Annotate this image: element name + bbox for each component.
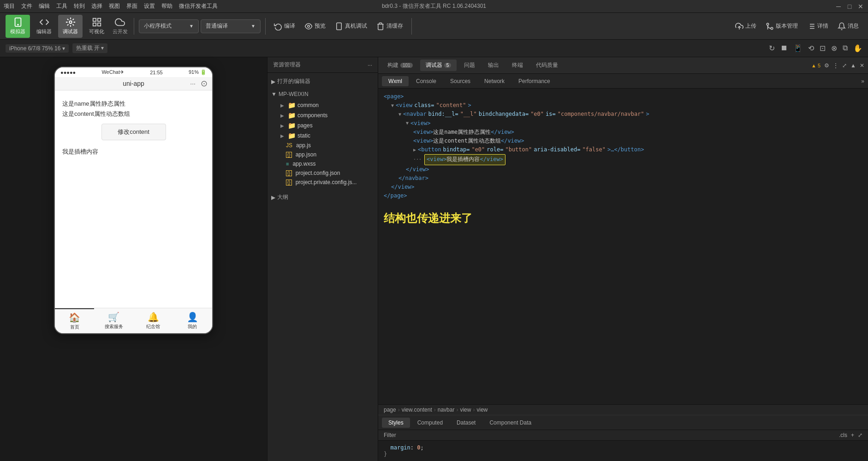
screensync-icon[interactable]: ⊗ [831, 44, 837, 53]
breadcrumb-view1[interactable]: view [460, 407, 471, 413]
file-appjs[interactable]: JS app.js [268, 141, 378, 150]
phone-record-btn[interactable]: ⊙ [201, 78, 208, 89]
xml-line-view2[interactable]: ▼ <view> [406, 119, 862, 128]
wxml-tab-network[interactable]: Network [478, 76, 511, 86]
menu-file[interactable]: 文件 [21, 2, 32, 10]
menu-project[interactable]: 项目 [4, 2, 15, 10]
folder-components[interactable]: ▶ 📁 components [268, 110, 378, 120]
version-button[interactable]: 版本管理 [762, 20, 802, 32]
view-collapse-arrow[interactable]: ▼ [391, 102, 394, 109]
simulator-button[interactable]: 模拟器 [6, 15, 30, 38]
inspect-icon[interactable]: ✋ [853, 44, 862, 53]
visual-button[interactable]: 可视化 [84, 15, 109, 38]
more-icon[interactable]: ⋮ [833, 62, 838, 69]
mode-dropdown[interactable]: 小程序模式 ▼ [139, 19, 199, 33]
wxml-tab-wxml[interactable]: Wxml [382, 76, 409, 86]
tab-build[interactable]: 构建 101 [382, 60, 418, 71]
file-appjson[interactable]: {} app.json [268, 150, 378, 159]
svg-point-7 [308, 25, 310, 27]
xml-line-view[interactable]: ▼ <view class="content"> [391, 101, 862, 110]
breadcrumb-view2[interactable]: view [476, 407, 488, 413]
maximize-button[interactable]: □ [846, 3, 853, 10]
expand-icon[interactable]: ⤢ [842, 62, 847, 69]
menu-edit[interactable]: 编辑 [39, 2, 50, 10]
stop-icon[interactable]: ⏹ [780, 44, 788, 53]
clear-cache-button[interactable]: 清缓存 [373, 20, 407, 32]
file-appwxss[interactable]: ≡ app.wxss [268, 159, 378, 168]
editor-button[interactable]: 编辑器 [32, 15, 56, 38]
filter-add[interactable]: + [851, 432, 854, 438]
refresh-icon[interactable]: ↻ [769, 44, 775, 53]
view2-collapse-arrow[interactable]: ▼ [406, 120, 409, 127]
menu-interface[interactable]: 界面 [126, 2, 137, 10]
phone-modify-button[interactable]: 修改content [101, 124, 166, 140]
wxml-tab-sources[interactable]: Sources [444, 76, 477, 86]
wxml-tab-performance[interactable]: Performance [512, 76, 557, 86]
breadcrumb-page[interactable]: page [384, 407, 396, 413]
xml-line-button[interactable]: ▶ <button bindtap="e0" role="button" ari… [413, 145, 862, 154]
devtools-collapse-icon[interactable]: ▲ [850, 62, 856, 69]
menu-settings[interactable]: 设置 [144, 2, 155, 10]
debugger-button[interactable]: 调试器 [58, 15, 83, 38]
device-dropdown[interactable]: iPhone 6/7/8 75% 16 ▾ [6, 44, 69, 53]
tab-debugger[interactable]: 调试器 5 [420, 60, 457, 71]
menu-view[interactable]: 视图 [109, 2, 120, 10]
message-button[interactable]: 消息 [834, 20, 862, 32]
project-section[interactable]: ▼ MP-WEIXIN [268, 88, 378, 100]
styles-tab-component-data[interactable]: Component Data [483, 418, 538, 428]
devtools-close-icon[interactable]: ✕ [860, 62, 864, 69]
menu-help[interactable]: 帮助 [161, 2, 172, 10]
filetree-more-btn[interactable]: ··· [368, 62, 372, 68]
menu-wx-dev[interactable]: 微信开发者工具 [179, 2, 218, 10]
cloud-dev-button[interactable]: 云开发 [111, 17, 129, 35]
screenshot-icon[interactable]: ⊡ [820, 44, 826, 53]
folder-common[interactable]: ▶ 📁 common [268, 100, 378, 110]
rotate-icon[interactable]: ⟲ [808, 44, 814, 53]
compile-dropdown[interactable]: 普通编译 ▼ [201, 19, 261, 33]
phone-icon[interactable]: 📱 [793, 44, 803, 53]
breadcrumb-view-content[interactable]: view.content [402, 407, 432, 413]
preview-button[interactable]: 预览 [301, 20, 329, 32]
hot-reload-toggle[interactable]: 热重载 开 ▾ [72, 43, 108, 53]
phone-tab-mine[interactable]: 👤 我的 [173, 308, 212, 333]
styles-tab-dataset[interactable]: Dataset [450, 418, 482, 428]
details-button[interactable]: 详情 [803, 20, 832, 32]
navbar-collapse-arrow[interactable]: ▼ [398, 111, 401, 118]
upload-button[interactable]: 上传 [731, 20, 760, 32]
tab-problems[interactable]: 问题 [458, 60, 481, 71]
file-project-private[interactable]: {} project.private.config.js... [268, 178, 378, 187]
open-editors-section[interactable]: ▶ 打开的编辑器 [268, 75, 378, 88]
tab-terminal[interactable]: 终端 [506, 60, 529, 71]
menu-tools[interactable]: 工具 [56, 2, 67, 10]
menu-select[interactable]: 选择 [91, 2, 102, 10]
tab-output[interactable]: 输出 [482, 60, 505, 71]
settings-icon[interactable]: ⚙ [824, 62, 829, 69]
breadcrumb-navbar[interactable]: navbar [438, 407, 455, 413]
styles-tab-styles[interactable]: Styles [382, 418, 410, 428]
minimize-button[interactable]: ─ [835, 3, 842, 10]
xml-slot-view[interactable]: <view>我是插槽内容</view> [424, 154, 505, 165]
phone-menu-dots[interactable]: ··· [190, 80, 196, 87]
button-collapse-arrow[interactable]: ▶ [413, 146, 416, 154]
file-project-config[interactable]: {} project.config.json [268, 168, 378, 178]
copy-icon[interactable]: ⧉ [843, 44, 848, 53]
close-button[interactable]: ✕ [857, 3, 864, 10]
compile-button[interactable]: 编译 [270, 20, 299, 32]
filter-cls[interactable]: .cls [839, 432, 847, 438]
titlebar-menu[interactable]: 项目 文件 编辑 工具 转到 选择 视图 界面 设置 帮助 微信开发者工具 [4, 2, 218, 10]
folder-static[interactable]: ▶ 📁 static [268, 131, 378, 141]
phone-tab-search[interactable]: 🛒 搜索服务 [94, 308, 133, 333]
wxml-tab-more[interactable]: » [861, 78, 864, 84]
phone-tab-home[interactable]: 🏠 首页 [55, 308, 94, 333]
phone-tab-memorial[interactable]: 🔔 纪念馆 [134, 308, 173, 333]
xml-line-navbar[interactable]: ▼ <navbar bind:__l="__l" bindchangedata=… [398, 110, 862, 119]
window-controls[interactable]: ─ □ ✕ [835, 3, 864, 10]
filter-expand[interactable]: ⤢ [858, 432, 862, 438]
tab-code-quality[interactable]: 代码质量 [530, 60, 564, 71]
folder-pages[interactable]: ▶ 📁 pages [268, 120, 378, 131]
menu-goto[interactable]: 转到 [74, 2, 85, 10]
wxml-tab-console[interactable]: Console [410, 76, 443, 86]
outline-section[interactable]: ▶ 大纲 [268, 191, 378, 204]
styles-tab-computed[interactable]: Computed [411, 418, 449, 428]
real-debug-button[interactable]: 真机调试 [331, 20, 371, 32]
